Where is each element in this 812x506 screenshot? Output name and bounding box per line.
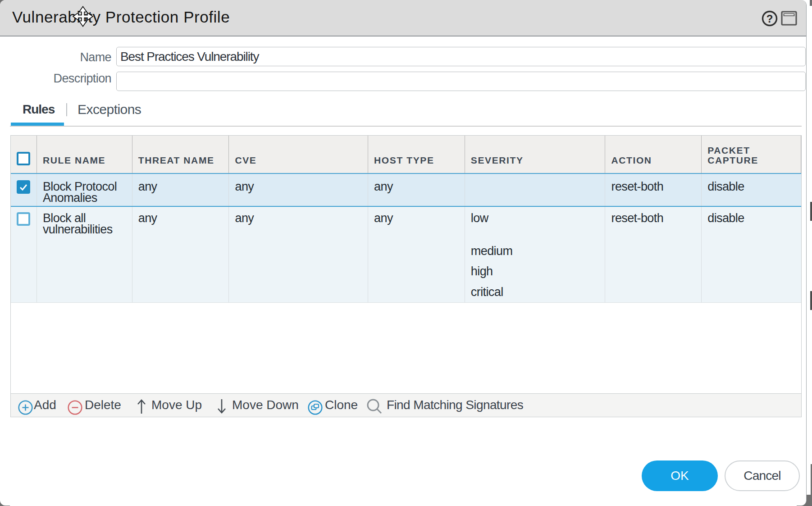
svg-text:?: ?	[766, 13, 773, 25]
